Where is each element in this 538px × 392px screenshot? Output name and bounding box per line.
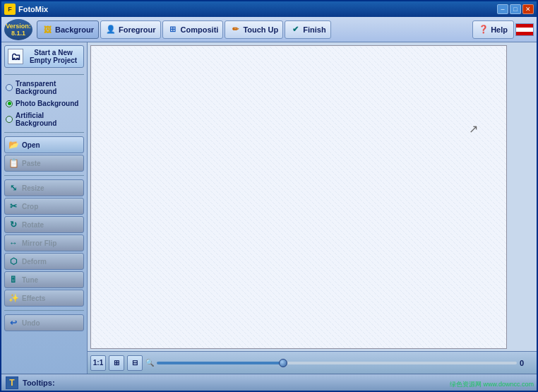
sidebar: 🗂 Start a New Empty Project Transparent … [1, 42, 88, 374]
finish-tab[interactable]: ✔ Finish [285, 20, 330, 39]
status-bar: 1:1 ⊞ ⊟ 🔍 0 [88, 351, 537, 374]
help-icon: ❓ [479, 25, 489, 34]
divider-1 [4, 74, 84, 75]
undo-button[interactable]: ↩ Undo [4, 314, 84, 331]
background-icon: 🖼 [42, 24, 53, 35]
mirror-flip-button[interactable]: ↔ Mirror Flip [4, 234, 84, 251]
paste-icon: 📋 [8, 158, 19, 169]
tune-button[interactable]: 🎚 Tune [4, 271, 84, 288]
zoom-1to1-button[interactable]: 1:1 [90, 355, 106, 371]
foreground-tab[interactable]: 👤 Foregrour [100, 20, 161, 39]
touchup-icon: ✏ [229, 24, 241, 35]
effects-button[interactable]: ✨ Effects [4, 290, 84, 307]
zoom-slider-thumb[interactable] [279, 359, 287, 367]
title-bar: F FotoMix – □ ✕ [1, 1, 537, 17]
app-icon: F [4, 4, 16, 15]
new-project-icon: 🗂 [8, 49, 23, 64]
cursor-indicator: ↗ [469, 122, 478, 136]
language-flag[interactable] [515, 23, 534, 36]
tooltips-label: Tooltips: [23, 379, 55, 387]
rotate-icon: ↻ [8, 219, 19, 230]
composition-tab[interactable]: ⊞ Compositi [162, 20, 224, 39]
mirror-icon: ↔ [8, 237, 19, 249]
finish-icon: ✔ [289, 24, 301, 35]
transparent-bg-option[interactable]: Transparent Background [4, 78, 84, 97]
crop-button[interactable]: ✂ Crop [4, 198, 84, 215]
zoom-grid-button[interactable]: ⊟ [127, 355, 143, 371]
close-button[interactable]: ✕ [522, 4, 534, 14]
canvas[interactable]: ↗ [90, 45, 507, 349]
help-button[interactable]: ❓ Help [472, 20, 514, 39]
paste-button[interactable]: 📋 Paste [4, 155, 84, 172]
divider-3 [4, 175, 84, 176]
divider-2 [4, 132, 84, 133]
open-icon: 📂 [8, 139, 19, 150]
zoom-slider-container: 🔍 0 [145, 359, 534, 367]
window-controls: – □ ✕ [497, 4, 534, 14]
zoom-value-display: 0 [520, 359, 534, 367]
canvas-container[interactable]: ↗ [88, 42, 537, 351]
version-badge: Version: 8.1.1 [4, 19, 32, 40]
artificial-bg-radio[interactable] [6, 116, 13, 123]
open-button[interactable]: 📂 Open [4, 136, 84, 153]
main-toolbar: Version: 8.1.1 🖼 Backgrour 👤 Foregrour ⊞… [1, 17, 537, 42]
rotate-button[interactable]: ↻ Rotate [4, 216, 84, 233]
bottom-bar: T Tooltips: 绿色资源网 www.downcc.com [1, 374, 537, 391]
photo-bg-radio[interactable] [6, 100, 13, 107]
foreground-icon: 👤 [105, 24, 116, 35]
watermark: 绿色资源网 www.downcc.com [450, 380, 534, 389]
minimize-button[interactable]: – [497, 4, 508, 14]
transparent-bg-radio[interactable] [6, 84, 13, 91]
photo-bg-option[interactable]: Photo Background [4, 98, 84, 109]
maximize-button[interactable]: □ [510, 4, 521, 14]
undo-icon: ↩ [8, 317, 19, 328]
effects-icon: ✨ [8, 292, 19, 304]
tune-icon: 🎚 [8, 274, 19, 285]
artificial-bg-option[interactable]: Artificial Background [4, 110, 84, 129]
composition-icon: ⊞ [167, 24, 179, 35]
background-tab[interactable]: 🖼 Backgrour [37, 20, 99, 39]
zoom-slider[interactable] [157, 362, 517, 364]
resize-icon: ⤡ [8, 182, 19, 194]
crop-icon: ✂ [8, 201, 19, 212]
new-project-button[interactable]: 🗂 Start a New Empty Project [4, 45, 84, 68]
zoom-fit-button[interactable]: ⊞ [109, 355, 124, 371]
canvas-area: ↗ 1:1 ⊞ ⊟ 🔍 0 [88, 42, 537, 374]
deform-button[interactable]: ⬡ Deform [4, 253, 84, 270]
touchup-tab[interactable]: ✏ Touch Up [225, 20, 283, 39]
text-tool-icon[interactable]: T [6, 376, 18, 389]
zoom-small-icon: 🔍 [145, 359, 154, 367]
main-content: 🗂 Start a New Empty Project Transparent … [1, 42, 537, 374]
divider-4 [4, 310, 84, 311]
app-title: FotoMix [18, 5, 497, 13]
main-window: F FotoMix – □ ✕ Version: 8.1.1 🖼 Backgro… [0, 0, 538, 392]
resize-button[interactable]: ⤡ Resize [4, 179, 84, 196]
deform-icon: ⬡ [8, 256, 19, 267]
